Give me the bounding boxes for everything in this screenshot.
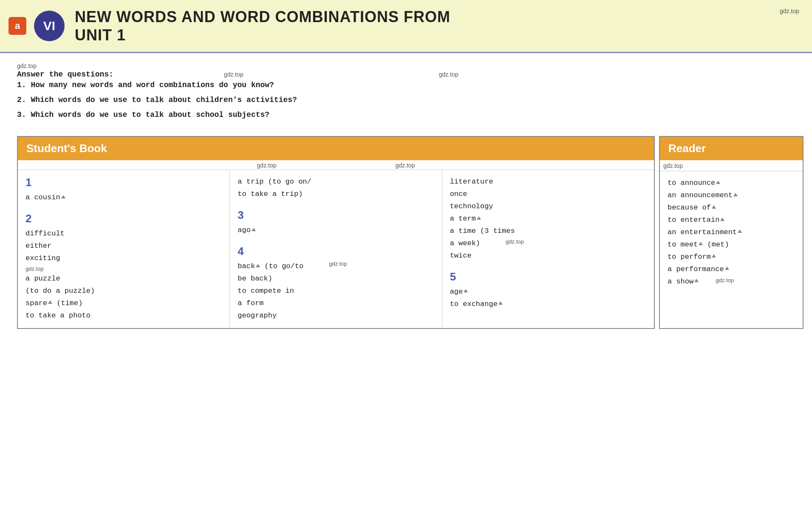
col-number-4: 4 (238, 245, 434, 258)
instructions-section: gdz.top Answer the questions: gdz.top gd… (0, 53, 812, 132)
word-compete: to compete in (238, 285, 434, 297)
watermark-sb-mid2: gdz.top (396, 162, 415, 169)
col-number-5: 5 (450, 270, 646, 283)
question-1: 1. How many new words and word combinati… (17, 79, 795, 91)
word-perform: to perform (668, 251, 795, 263)
word-difficult: difficult (25, 228, 222, 240)
watermark-mid1: gdz.top (224, 71, 243, 78)
reader-header: Reader (660, 137, 803, 160)
word-announcement: an announcement (668, 190, 795, 202)
word-show: a show (668, 276, 699, 288)
watermark-col3-wm: gdz.top (506, 238, 524, 245)
word-age: age (450, 286, 646, 298)
word-exciting: exciting (25, 252, 222, 265)
word-be-back: be back) (238, 273, 303, 285)
sb-col-3: literature once technology a term a time… (442, 170, 654, 328)
reader-content: to announce an announcement because of t… (660, 171, 803, 294)
triangle-icon (699, 242, 703, 245)
watermark-reader-top: gdz.top (663, 162, 683, 169)
watermark-sb-mid1: gdz.top (257, 162, 277, 169)
watermark-col2-wm: gdz.top (329, 260, 347, 267)
triangle-icon (720, 218, 724, 221)
watermark-top-left: gdz.top (17, 62, 37, 69)
word-exchange: to exchange (450, 298, 646, 311)
word-once: once (450, 188, 646, 201)
word-trip: a trip (to go on/ (238, 176, 434, 188)
word-performance: a performance (668, 263, 795, 276)
word-cousin: a cousin (25, 192, 222, 204)
triangle-icon (477, 216, 481, 220)
col-number-1: 1 (25, 176, 222, 189)
reader-watermark-row: gdz.top (660, 160, 803, 171)
sb-col-1: 1 a cousin 2 difficult either exciting g… (18, 170, 230, 328)
sb-col-2: a trip (to go on/ to take a trip) 3 ago … (230, 170, 442, 328)
triangle-icon (48, 300, 52, 304)
triangle-icon (498, 301, 503, 305)
answer-label: Answer the questions: (17, 70, 113, 79)
triangle-icon (256, 264, 260, 267)
word-twice: twice (450, 250, 646, 262)
watermark-reader-bottom: gdz.top (716, 277, 734, 283)
word-meet: to meet (met) (668, 239, 795, 251)
students-book-table: Student's Book gdz.top gdz.top 1 a cousi… (17, 136, 655, 328)
triangle-icon (716, 181, 720, 184)
question-2: 2. Which words do we use to talk about c… (17, 94, 795, 106)
triangle-icon (61, 195, 65, 198)
triangle-icon (733, 193, 738, 196)
triangle-icon (712, 205, 716, 209)
word-spare: spare (time) (25, 297, 222, 310)
word-form: a form (238, 297, 434, 310)
question-3: 3. Which words do we use to talk about s… (17, 109, 795, 121)
col-number-2: 2 (25, 212, 222, 225)
triangle-icon (738, 229, 742, 233)
unit-circle: VI (34, 11, 65, 41)
word-do-puzzle: (to do a puzzle) (25, 285, 222, 297)
word-announce: to announce (668, 177, 795, 190)
word-geography: geography (238, 310, 434, 322)
word-literature: literature (450, 176, 646, 188)
word-trip2: to take a trip) (238, 188, 434, 201)
word-entertain: to entertain (668, 214, 795, 227)
page-header: a VI NEW WORDS AND WORD COMBINATIONS FRO… (0, 0, 812, 53)
col-number-3: 3 (238, 209, 434, 222)
sb-content-area: 1 a cousin 2 difficult either exciting g… (18, 170, 654, 328)
word-entertainment: an entertainment (668, 227, 795, 239)
triangle-icon (712, 254, 716, 258)
main-content-area: Student's Book gdz.top gdz.top 1 a cousi… (0, 132, 812, 337)
triangle-icon (725, 266, 729, 270)
word-back: back (to go/to (238, 260, 303, 273)
word-take-photo: to take a photo (25, 310, 222, 322)
word-time: a time (3 times (450, 225, 646, 238)
word-week: a week) (450, 238, 480, 250)
word-term: a term (450, 213, 646, 225)
word-ago: ago (238, 224, 434, 237)
students-book-header: Student's Book (18, 137, 654, 160)
triangle-icon (252, 228, 256, 231)
watermark-header-right: gdz.top (780, 8, 799, 14)
word-technology: technology (450, 201, 646, 213)
word-either: either (25, 240, 222, 252)
triangle-icon (694, 279, 699, 282)
word-because-of: because of (668, 202, 795, 214)
word-puzzle: a puzzle (25, 273, 222, 285)
triangle-icon (464, 289, 468, 292)
watermark-col1-wm: gdz.top (25, 266, 44, 272)
reader-table: Reader gdz.top to announce an announceme… (659, 136, 804, 328)
sb-watermarks-row: gdz.top gdz.top (18, 160, 654, 170)
watermark-mid2: gdz.top (439, 71, 458, 78)
app-icon: a (8, 17, 26, 35)
page-title: NEW WORDS AND WORD COMBINATIONS FROM UNI… (75, 8, 450, 44)
